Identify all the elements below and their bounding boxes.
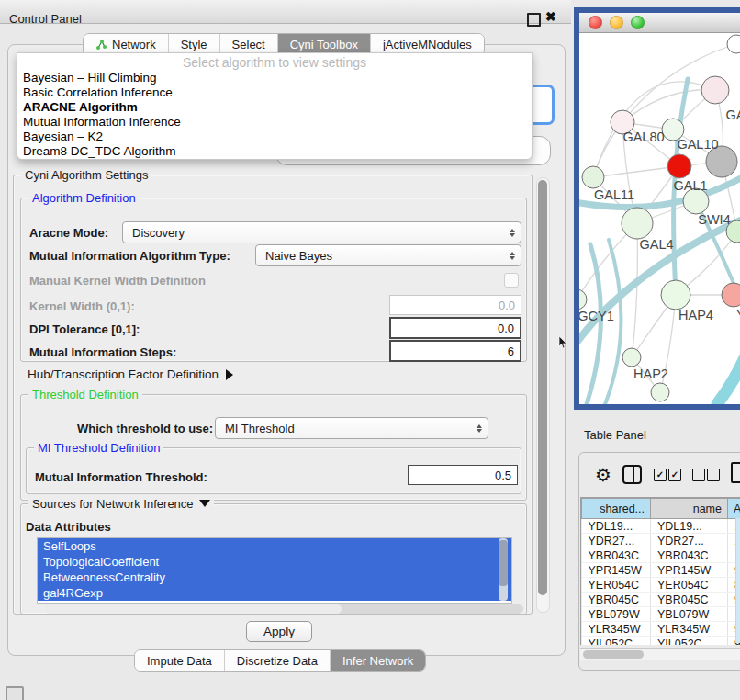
table-row[interactable]: YDL19... YDL19... 13 [582,519,740,534]
cell[interactable]: YBR043C [651,548,728,563]
cell[interactable]: YBR045C [651,593,728,607]
settings-scrollbar-thumb[interactable] [538,180,547,595]
dropdown-item[interactable]: Bayesian – Hill Climbing [21,71,528,85]
node-label: GAL10 [677,137,718,152]
attributes-vertical-scrollbar[interactable] [499,538,508,601]
table-row[interactable]: YPR145W YPR145W 9. [582,563,740,578]
cell[interactable]: YIL052C [651,637,728,646]
cell[interactable]: YPR145W [582,563,651,578]
tab-discretize-data[interactable]: Discretize Data [225,650,331,671]
dropdown-item-highlighted[interactable]: ARACNE Algorithm [21,100,528,115]
node-hap4[interactable] [661,280,690,310]
node-label: HAP2 [633,367,668,381]
dropdown-item[interactable]: Bayesian – K2 [21,130,528,144]
manual-kernel-width-checkbox[interactable] [504,273,519,288]
zoom-traffic-light-icon[interactable] [631,16,645,29]
cell[interactable]: YPR145W [651,563,728,578]
node-gal1[interactable] [667,154,691,178]
tab-infer-network[interactable]: Infer Network [331,650,425,671]
node-gal11[interactable] [582,166,604,188]
attribute-item-selected[interactable]: BetweennessCentrality [38,570,511,585]
dpi-tolerance-field[interactable]: 0.0 [389,317,521,339]
dropdown-item[interactable]: Mutual Information Inference [21,115,528,130]
float-window-icon[interactable] [527,13,541,27]
group-title: Algorithm Definition [28,191,140,205]
table-row[interactable]: YER054C YER054C 8. [582,578,740,593]
node-gal-top[interactable] [701,76,729,104]
unchecked-checkbox-icon[interactable] [692,469,705,481]
kernel-width-field[interactable]: 0.0 [389,295,521,315]
node-label: SWI4 [698,212,730,227]
table-row[interactable]: YLR345W YLR345W 9. [582,622,740,637]
cell[interactable]: YIL052C [582,637,651,646]
cell[interactable]: YLR345W [582,622,651,637]
table-row[interactable]: YIL052C YIL052C 9. [582,637,740,646]
cell[interactable]: YLR345W [651,622,728,637]
close-traffic-light-icon[interactable] [589,16,602,29]
dropdown-item[interactable]: Dream8 DC_TDC Algorithm [21,144,528,159]
table-panel-title: Table Panel [584,428,646,442]
node-partial-bottom[interactable] [651,383,669,401]
cell[interactable]: YDL19... [651,519,728,534]
attribute-item-selected[interactable]: gal4RGexp [38,585,511,601]
columns-icon[interactable] [622,465,642,484]
hub-definition-toggle[interactable]: Hub/Transcription Factor Definition [28,367,233,381]
node-partial-top[interactable] [727,35,740,53]
checked-checkbox-icon[interactable]: ✓ [654,469,667,481]
cell[interactable]: YDR27... [582,534,651,548]
stepper-icon [504,252,521,260]
network-canvas[interactable]: GAL GAL80 GAL10 GAL1 GAL11 SWI4 GAL4 GCY… [579,33,740,404]
column-header-shared[interactable]: shared... [582,499,651,519]
node-label: GAL11 [594,187,634,202]
table-row[interactable]: YBR043C YBR043C [582,548,740,563]
network-icon [95,39,107,51]
node-hap2[interactable] [622,348,641,367]
which-threshold-combo[interactable]: MI Threshold [215,417,488,439]
algorithm-dropdown-popup: Select algorithm to view settings Bayesi… [17,52,533,160]
scrollbar-thumb[interactable] [499,540,508,586]
scrollbar-thumb[interactable] [46,604,342,614]
document-icon[interactable] [731,462,740,483]
node-gcy1[interactable] [579,289,587,310]
attribute-item-selected[interactable]: TopologicalCoefficient [38,554,511,570]
unchecked-checkbox-icon[interactable] [707,469,720,481]
scrollbar-thumb[interactable] [583,650,644,659]
table-row[interactable]: YBR045C YBR045C 9. [582,593,740,607]
cell[interactable]: YBL079W [651,607,728,622]
mi-steps-field[interactable]: 6 [389,340,521,362]
table-hscrollbar-track[interactable] [580,648,740,660]
node-gal4[interactable] [622,208,653,239]
cell[interactable]: YBR043C [582,548,651,563]
table-row[interactable]: YBL079W YBL079W [582,607,740,622]
dropdown-item[interactable]: Basic Correlation Inference [21,85,528,100]
column-header-name[interactable]: name [651,499,728,519]
mi-algorithm-type-combo[interactable]: Naive Bayes [255,244,521,266]
close-icon[interactable]: ✖ [545,9,556,24]
attributes-horizontal-scrollbar[interactable] [46,604,523,614]
attribute-item-selected[interactable]: SelfLoops [38,538,511,554]
cell[interactable]: YBL079W [582,607,651,622]
node-salmon[interactable] [722,283,740,307]
cell[interactable]: YDR27... [651,534,728,548]
table-row[interactable]: YDR27... YDR27... 12 [582,534,740,548]
node-label: Y [736,308,740,322]
tab-impute-data[interactable]: Impute Data [135,650,225,671]
column-header-partial[interactable]: A [728,499,740,519]
cell[interactable]: YDL19... [582,519,651,534]
node-label: HAP4 [678,308,713,322]
panel-grip-icon[interactable] [6,686,24,700]
tab-label: jActiveMNodules [383,38,472,51]
cell[interactable]: YBR045C [582,593,651,607]
aracne-mode-combo[interactable]: Discovery [122,221,521,243]
apply-button[interactable]: Apply [246,621,312,642]
minimize-traffic-light-icon[interactable] [610,16,623,29]
group-title: Sources for Network Inference [28,497,214,511]
gear-icon[interactable]: ⚙ [595,464,611,486]
cell[interactable]: YER054C [582,578,651,593]
mi-threshold-field[interactable]: 0.5 [408,465,518,485]
hub-definition-label: Hub/Transcription Factor Definition [28,367,219,381]
aracne-mode-label: Aracne Mode: [29,226,108,240]
network-view-window: GAL GAL80 GAL10 GAL1 GAL11 SWI4 GAL4 GCY… [574,7,740,410]
cell[interactable]: YER054C [651,578,728,593]
checked-checkbox-icon[interactable]: ✓ [668,469,681,481]
